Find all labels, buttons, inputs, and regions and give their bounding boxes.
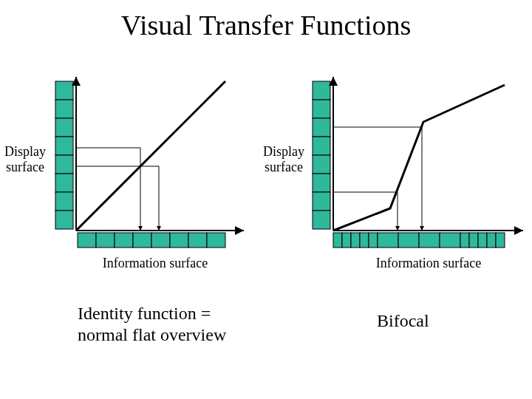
svg-rect-6 — [55, 192, 73, 211]
x-cells — [78, 233, 225, 248]
svg-rect-24 — [333, 233, 342, 248]
left-caption: Identity function =normal flat overview — [78, 303, 226, 346]
svg-rect-25 — [342, 233, 351, 248]
svg-rect-10 — [115, 233, 133, 248]
svg-rect-12 — [151, 233, 170, 248]
svg-rect-29 — [378, 233, 398, 248]
svg-rect-9 — [96, 233, 115, 248]
right-caption: Bifocal — [377, 310, 429, 332]
identity-line — [76, 81, 225, 231]
svg-rect-37 — [496, 233, 505, 248]
left-panel — [52, 74, 251, 266]
svg-rect-8 — [78, 233, 96, 248]
svg-rect-35 — [478, 233, 487, 248]
page-title: Visual Transfer Functions — [0, 9, 532, 41]
svg-rect-28 — [369, 233, 378, 248]
svg-rect-30 — [398, 233, 419, 248]
svg-rect-2 — [55, 118, 73, 137]
svg-rect-5 — [55, 174, 73, 192]
svg-rect-20 — [313, 155, 330, 174]
svg-rect-14 — [188, 233, 207, 248]
svg-rect-34 — [469, 233, 478, 248]
svg-rect-23 — [313, 211, 330, 229]
svg-rect-11 — [133, 233, 151, 248]
left-ylabel: Displaysurface — [4, 144, 46, 174]
right-ylabel: Displaysurface — [263, 144, 304, 174]
svg-rect-27 — [360, 233, 369, 248]
svg-rect-33 — [460, 233, 469, 248]
y-cells — [313, 81, 330, 229]
svg-rect-36 — [487, 233, 496, 248]
svg-rect-32 — [440, 233, 460, 248]
right-panel — [309, 74, 531, 266]
svg-rect-22 — [313, 192, 330, 211]
left-xlabel: Information surface — [74, 256, 236, 271]
y-cells — [55, 81, 73, 229]
svg-rect-4 — [55, 155, 73, 174]
svg-rect-26 — [351, 233, 360, 248]
bifocal-graph — [309, 74, 531, 266]
svg-rect-19 — [313, 137, 330, 155]
svg-rect-18 — [313, 118, 330, 137]
svg-rect-0 — [55, 81, 73, 100]
svg-rect-3 — [55, 137, 73, 155]
svg-rect-16 — [313, 81, 330, 100]
svg-rect-15 — [207, 233, 225, 248]
svg-rect-1 — [55, 100, 73, 118]
svg-rect-17 — [313, 100, 330, 118]
right-xlabel: Information surface — [347, 256, 510, 271]
svg-rect-13 — [170, 233, 188, 248]
svg-rect-31 — [419, 233, 440, 248]
x-cells — [333, 233, 505, 248]
identity-graph — [52, 74, 251, 266]
svg-rect-7 — [55, 211, 73, 229]
bifocal-line — [333, 85, 505, 231]
svg-rect-21 — [313, 174, 330, 192]
